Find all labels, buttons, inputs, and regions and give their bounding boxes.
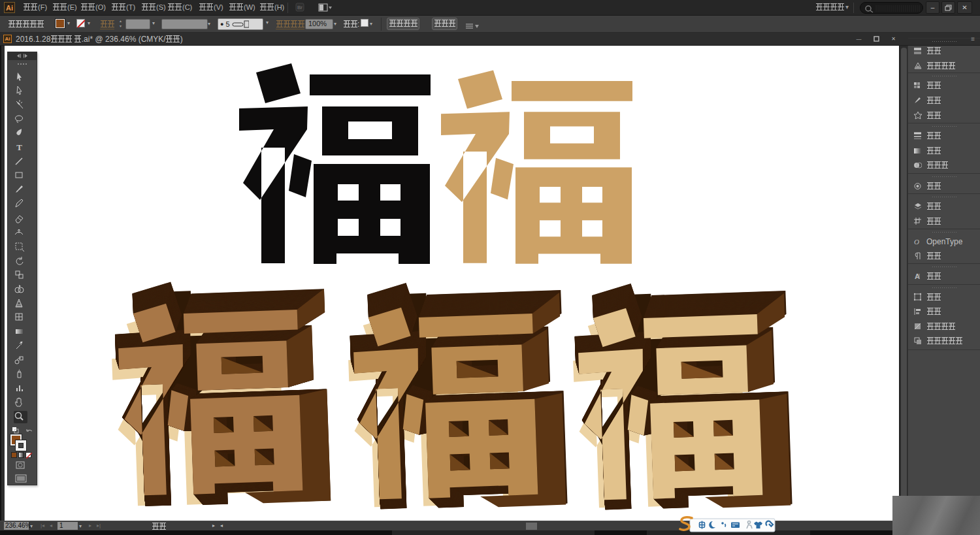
svg-text:T: T	[16, 142, 22, 152]
svg-text:Br: Br	[297, 5, 302, 10]
svg-text:O: O	[914, 238, 919, 246]
